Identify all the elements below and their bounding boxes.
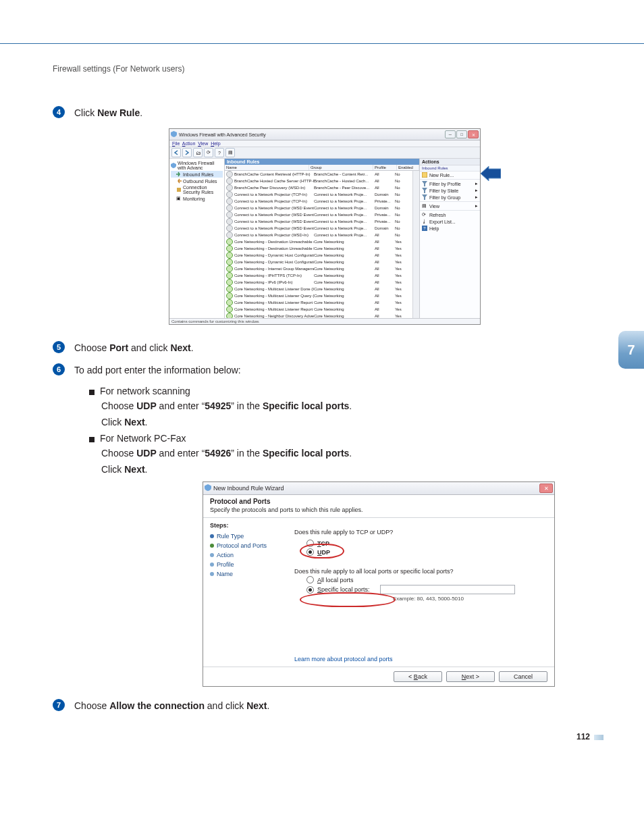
forward-icon[interactable] xyxy=(182,148,192,157)
wizard-titlebar[interactable]: New Inbound Rule Wizard ✕ xyxy=(203,482,554,495)
action-filter-state[interactable]: Filter by State▸ xyxy=(420,187,480,194)
table-row[interactable]: Core Networking - IPv6 (IPv6-In)Core Net… xyxy=(225,279,419,286)
tree-inbound-rules[interactable]: Inbound Rules xyxy=(171,171,223,178)
back-icon[interactable] xyxy=(171,148,181,157)
rule-profile: All xyxy=(375,253,395,257)
table-row[interactable]: Core Networking - IPHTTPS (TCP-In)Core N… xyxy=(225,272,419,279)
table-row[interactable]: Core Networking - Multicast Listener Que… xyxy=(225,292,419,299)
rule-group: Core Networking xyxy=(314,267,375,271)
table-row[interactable]: Core Networking - Destination Unreachabl… xyxy=(225,245,419,252)
callout-arrow-icon xyxy=(481,166,501,181)
wizard-step-action[interactable]: Action xyxy=(210,550,288,560)
bullet-network-pcfax: For Network PC-Fax xyxy=(89,433,644,444)
help-icon[interactable]: ? xyxy=(215,148,224,157)
specific-ports-input[interactable] xyxy=(380,585,515,594)
action-export[interactable]: ⭳ Export List... xyxy=(420,218,480,225)
col-group[interactable]: Group xyxy=(309,165,373,170)
tree-conn-sec-rules[interactable]: Connection Security Rules xyxy=(171,184,223,195)
rule-group: Connect to a Network Proje... xyxy=(314,233,375,237)
wizard-step-rule-type[interactable]: Rule Type xyxy=(210,531,288,541)
table-row[interactable]: BranchCache Content Retrieval (HTTP-In)B… xyxy=(225,171,419,178)
list-icon[interactable]: ▤ xyxy=(225,148,235,157)
table-row[interactable]: Connect to a Network Projector (WSD Even… xyxy=(225,211,419,218)
table-row[interactable]: Core Networking - Dynamic Host Configura… xyxy=(225,252,419,259)
nav-tree: Windows Firewall with Advanc Inbound Rul… xyxy=(169,159,225,318)
rule-group: Connect to a Network Proje... xyxy=(314,226,375,230)
table-row[interactable]: Core Networking - Multicast Listener Rep… xyxy=(225,299,419,306)
rule-profile: Domain xyxy=(375,192,395,197)
table-row[interactable]: Core Networking - Multicast Listener Don… xyxy=(225,286,419,292)
svg-rect-1 xyxy=(422,172,427,178)
radio-specific-local-ports[interactable]: Specific local ports: xyxy=(306,585,546,594)
rule-name: BranchCache Hosted Cache Server (HTTP-In… xyxy=(234,179,314,183)
rule-name: Core Networking - Multicast Listener Rep… xyxy=(234,307,314,311)
rule-enabled: No xyxy=(395,172,414,176)
table-row[interactable]: Core Networking - Multicast Listener Rep… xyxy=(225,306,419,313)
menu-action[interactable]: Action xyxy=(182,141,195,146)
wizard-step-name[interactable]: Name xyxy=(210,569,288,579)
radio-tcp[interactable]: TCP xyxy=(306,540,546,547)
next-button[interactable]: Next > xyxy=(446,671,495,682)
back-button[interactable]: < Back xyxy=(394,671,442,682)
rule-profile: All xyxy=(375,280,395,284)
table-row[interactable]: BranchCache Peer Discovery (WSD-In)Branc… xyxy=(225,184,419,191)
table-row[interactable]: Connect to a Network Projector (TCP-In)C… xyxy=(225,191,419,198)
table-row[interactable]: Core Networking - Internet Group Managem… xyxy=(225,265,419,272)
callout-circle-icon xyxy=(300,592,396,607)
cancel-button[interactable]: Cancel xyxy=(499,671,547,682)
radio-all-local-ports[interactable]: All local ports xyxy=(306,576,546,583)
learn-more-link[interactable]: Learn more about protocol and ports xyxy=(294,656,546,662)
action-new-rule[interactable]: New Rule... xyxy=(420,172,480,178)
rule-status-icon xyxy=(226,198,233,205)
minimize-button[interactable]: ─ xyxy=(445,130,456,138)
bullet-network-scanning: For network scanning xyxy=(89,386,644,396)
col-name[interactable]: Name xyxy=(225,165,309,170)
refresh-icon[interactable]: ⟳ xyxy=(204,148,213,157)
table-row[interactable]: Connect to a Network Projector (WSD Even… xyxy=(225,218,419,225)
table-row[interactable]: Core Networking - Neighbor Discovery Adv… xyxy=(225,313,419,318)
col-profile[interactable]: Profile xyxy=(373,165,397,170)
window-titlebar[interactable]: Windows Firewall with Advanced Security … xyxy=(169,129,480,140)
table-row[interactable]: BranchCache Hosted Cache Server (HTTP-In… xyxy=(225,178,419,184)
maximize-button[interactable]: □ xyxy=(456,130,467,138)
filter-icon xyxy=(422,194,427,200)
table-row[interactable]: Connect to a Network Projector (WSD Even… xyxy=(225,225,419,232)
action-refresh[interactable]: ⟳ Refresh xyxy=(420,211,480,218)
rule-group: Core Networking xyxy=(314,260,375,264)
actions-header: Actions xyxy=(420,159,480,165)
action-view[interactable]: ▤ View▸ xyxy=(420,203,480,209)
step4-bold: New Rule xyxy=(97,107,140,118)
step-badge-5: 5 xyxy=(53,341,65,353)
table-row[interactable]: Connect to a Network Projector (TCP-In)C… xyxy=(225,198,419,205)
tree-root[interactable]: Windows Firewall with Advanc xyxy=(171,160,223,171)
rule-group: Connect to a Network Proje... xyxy=(314,206,375,210)
menu-view[interactable]: View xyxy=(198,141,208,146)
table-row[interactable]: Connect to a Network Projector (WSD-In)C… xyxy=(225,232,419,238)
rule-profile: Domain xyxy=(375,226,395,230)
table-row[interactable]: Core Networking - Dynamic Host Configura… xyxy=(225,259,419,265)
table-row[interactable]: Connect to a Network Projector (WSD Even… xyxy=(225,205,419,211)
rule-status-icon xyxy=(226,184,233,191)
rule-name: BranchCache Content Retrieval (HTTP-In) xyxy=(234,172,314,176)
radio-off-icon xyxy=(306,540,314,547)
tree-monitoring[interactable]: ▣ Monitoring xyxy=(171,195,223,202)
radio-udp[interactable]: UDP xyxy=(306,548,546,556)
rule-group: Core Networking xyxy=(314,287,375,291)
rules-list[interactable]: BranchCache Content Retrieval (HTTP-In)B… xyxy=(225,171,419,318)
action-filter-group[interactable]: Filter by Group▸ xyxy=(420,194,480,201)
close-button[interactable]: ✕ xyxy=(539,484,553,493)
wizard-step-protocol-ports[interactable]: Protocol and Ports xyxy=(210,541,288,550)
tool-icon[interactable]: 🗂 xyxy=(193,148,203,157)
table-row[interactable]: Core Networking - Destination Unreachabl… xyxy=(225,238,419,245)
menu-help[interactable]: Help xyxy=(211,141,220,146)
col-enabled[interactable]: Enabled xyxy=(397,165,419,170)
action-help[interactable]: ? Help xyxy=(420,225,480,232)
tree-outbound-rules[interactable]: Outbound Rules xyxy=(171,178,223,184)
wizard-step-profile[interactable]: Profile xyxy=(210,560,288,569)
action-filter-profile[interactable]: Filter by Profile▸ xyxy=(420,180,480,187)
rule-name: Core Networking - Neighbor Discovery Adv… xyxy=(234,314,314,318)
menu-file[interactable]: File xyxy=(172,141,180,146)
rule-status-icon xyxy=(226,279,233,286)
close-button[interactable]: ✕ xyxy=(468,130,479,138)
rules-columns[interactable]: Name Group Profile Enabled xyxy=(225,165,419,171)
